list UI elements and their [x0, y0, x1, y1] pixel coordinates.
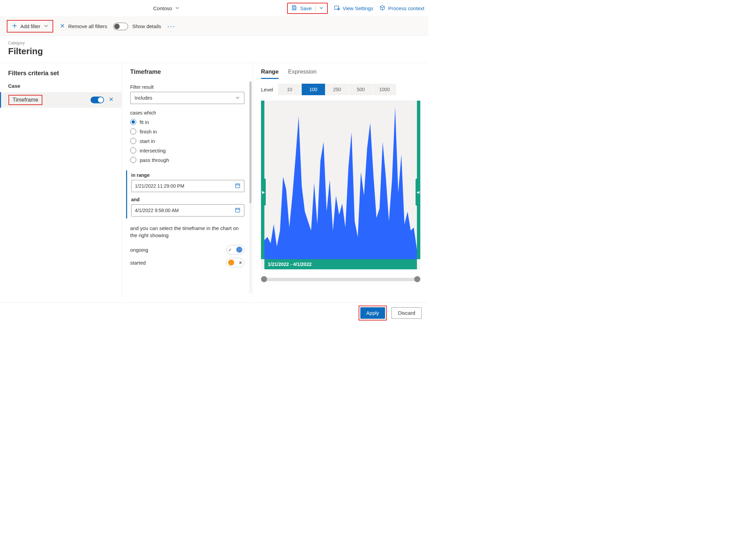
- legend-ongoing-toggle[interactable]: ✓: [226, 245, 244, 254]
- remove-all-filters-button[interactable]: Remove all filters: [59, 23, 107, 30]
- show-details-toggle[interactable]: [113, 23, 128, 30]
- apply-button[interactable]: Apply: [360, 307, 385, 319]
- radio-pass-through[interactable]: pass through: [130, 157, 244, 163]
- radio-finish-in[interactable]: finish in: [130, 128, 244, 134]
- tab-range[interactable]: Range: [261, 68, 279, 79]
- page-title: Filtering: [8, 46, 420, 57]
- range-handle-left[interactable]: ▶: [261, 179, 266, 206]
- level-opt-1000[interactable]: 1000: [373, 84, 397, 95]
- close-icon: [59, 23, 65, 30]
- radio-icon: [130, 157, 136, 163]
- chart-plot-area: [264, 101, 417, 259]
- filter-enabled-toggle[interactable]: [91, 97, 104, 103]
- page-heading: Category Filtering: [0, 36, 428, 63]
- radio-label: intersecting: [140, 148, 166, 153]
- filter-group-case: Case: [0, 83, 122, 92]
- filter-toolbar: Add filter Remove all filters Show detai…: [0, 17, 428, 36]
- timeframe-panel-title: Timeframe: [130, 68, 244, 76]
- category-label: Category: [8, 41, 420, 45]
- add-filter-button[interactable]: Add filter: [12, 23, 40, 30]
- legend-started-row: started ✕: [130, 258, 244, 267]
- radio-icon: [130, 119, 136, 125]
- and-label: and: [131, 197, 244, 202]
- chart-svg: [264, 101, 417, 259]
- cases-which-label: cases which: [130, 110, 244, 116]
- filter-name-highlight: Timeframe: [8, 95, 42, 105]
- radio-label: finish in: [140, 129, 157, 134]
- color-dot: [236, 247, 242, 253]
- cases-radio-group: fit in finish in start in intersecting p…: [130, 119, 244, 163]
- remove-filter-button[interactable]: [108, 96, 114, 104]
- to-date-input[interactable]: 4/1/2022 9:58:00 AM: [131, 204, 244, 216]
- scrollbar-thumb[interactable]: [249, 81, 252, 203]
- legend-started-label: started: [130, 260, 146, 266]
- divider: [315, 5, 316, 12]
- save-button-group: Save: [287, 3, 327, 14]
- filters-panel: Filters criteria set Case Timeframe: [0, 63, 122, 297]
- add-filter-label: Add filter: [20, 23, 40, 29]
- filter-row-timeframe[interactable]: Timeframe: [0, 92, 122, 108]
- remove-all-label: Remove all filters: [68, 23, 107, 29]
- color-dot: [228, 260, 234, 266]
- chevron-down-icon: [235, 95, 240, 101]
- legend-started-toggle[interactable]: ✕: [226, 258, 244, 267]
- add-filter-chevron-icon[interactable]: [44, 23, 48, 29]
- footer-bar: Apply Discard: [0, 303, 428, 323]
- to-date-value: 4/1/2022 9:58:00 AM: [135, 208, 179, 213]
- slider-track: [261, 278, 420, 281]
- chart-tabs: Range Expression: [261, 68, 420, 79]
- svg-rect-2: [236, 184, 240, 188]
- level-opt-10[interactable]: 10: [278, 84, 302, 95]
- radio-label: fit in: [140, 119, 149, 125]
- cube-icon: [379, 5, 385, 12]
- save-icon: [291, 5, 297, 12]
- radio-icon: [130, 128, 136, 134]
- apply-highlight: Apply: [359, 306, 387, 320]
- chart-panel: Range Expression Level 10 100 250 500 10…: [253, 63, 428, 297]
- filter-result-label: Filter result: [130, 84, 244, 90]
- radio-intersecting[interactable]: intersecting: [130, 147, 244, 153]
- radio-label: pass through: [140, 157, 169, 163]
- range-handle-right[interactable]: ◀: [416, 179, 420, 206]
- level-opt-500[interactable]: 500: [349, 84, 373, 95]
- range-slider[interactable]: [261, 275, 420, 282]
- slider-knob-right[interactable]: [414, 276, 420, 282]
- view-settings-button[interactable]: View Settings: [334, 5, 374, 12]
- radio-label: start in: [140, 138, 155, 144]
- filters-panel-title: Filters criteria set: [0, 70, 122, 83]
- radio-icon: [130, 147, 136, 153]
- level-label: Level: [261, 87, 273, 92]
- show-details-toggle-group: Show details: [113, 23, 161, 30]
- level-opt-250[interactable]: 250: [325, 84, 349, 95]
- timeframe-panel: Timeframe Filter result Includes cases w…: [122, 63, 253, 297]
- panel-scrollbar[interactable]: [249, 81, 252, 293]
- process-context-label: Process context: [388, 5, 424, 11]
- filter-result-select[interactable]: Includes: [130, 92, 244, 104]
- radio-fit-in[interactable]: fit in: [130, 119, 244, 125]
- save-chevron-icon[interactable]: [319, 5, 324, 12]
- filter-result-value: Includes: [135, 95, 152, 101]
- range-chart[interactable]: ▶ ◀ 1/21/2022 - 4/1/2022: [261, 101, 420, 269]
- show-details-label: Show details: [132, 23, 161, 29]
- process-context-button[interactable]: Process context: [379, 5, 424, 12]
- discard-button[interactable]: Discard: [391, 307, 422, 319]
- org-name[interactable]: Contoso: [153, 5, 172, 11]
- svg-rect-3: [236, 208, 240, 212]
- radio-start-in[interactable]: start in: [130, 138, 244, 144]
- overflow-menu-button[interactable]: ···: [167, 23, 175, 30]
- slider-knob-left[interactable]: [261, 276, 267, 282]
- org-chevron-icon[interactable]: [175, 5, 180, 12]
- tab-expression[interactable]: Expression: [288, 68, 317, 79]
- calendar-icon: [235, 183, 241, 190]
- in-range-label: in range: [131, 172, 244, 178]
- legend-ongoing-label: ongoing: [130, 247, 148, 253]
- from-date-input[interactable]: 1/21/2022 11:29:00 PM: [131, 180, 244, 192]
- level-opt-100[interactable]: 100: [302, 84, 325, 95]
- level-row: Level 10 100 250 500 1000: [261, 84, 420, 95]
- level-segmented: 10 100 250 500 1000: [278, 84, 397, 95]
- add-filter-highlight: Add filter: [7, 20, 53, 33]
- from-date-value: 1/21/2022 11:29:00 PM: [135, 183, 184, 189]
- radio-icon: [130, 138, 136, 144]
- help-text: and you can select the timeframe in the …: [130, 225, 244, 239]
- save-button[interactable]: Save: [291, 5, 312, 12]
